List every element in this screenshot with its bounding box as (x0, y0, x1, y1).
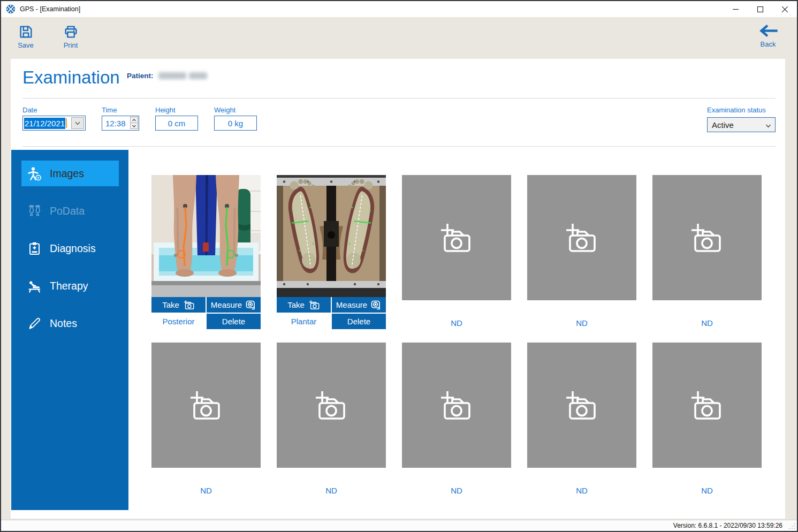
date-input[interactable]: 21/12/2021 (22, 116, 86, 131)
delete-label: Delete (222, 317, 245, 326)
time-spin-down-button[interactable] (130, 123, 138, 129)
empty-image-slot[interactable] (402, 175, 511, 300)
take-button[interactable]: Take (151, 297, 206, 313)
patient-label: Patient: (127, 72, 154, 80)
therapy-icon (27, 279, 42, 293)
examination-status-select[interactable]: Active (707, 117, 776, 132)
image-type-label: Plantar (277, 314, 331, 329)
sidebar-item-images[interactable]: Images (21, 161, 119, 186)
patient-name-redacted (158, 72, 186, 79)
image-type-label: Posterior (151, 314, 206, 329)
measure-button[interactable]: Measure (332, 297, 386, 313)
print-label: Print (64, 41, 78, 49)
sidebar-nav: Images PoData (11, 150, 128, 510)
back-button[interactable]: Back (754, 24, 782, 48)
sidebar-item-therapy[interactable]: Therapy (21, 273, 119, 299)
save-button[interactable]: Save (12, 25, 40, 49)
app-window: GPS - [Examination] Save (0, 0, 798, 532)
measure-tape-icon (371, 300, 382, 310)
content-panel: Examination Patient: Date 21/12/2021 Tim… (11, 59, 785, 519)
image-type-label: ND (402, 486, 511, 497)
camera-plus-icon (313, 390, 349, 421)
time-input[interactable]: 12:38 (102, 116, 139, 131)
sidebar-item-podata: PoData (21, 198, 119, 224)
image-card-empty: ND (151, 343, 261, 497)
date-dropdown-button[interactable] (71, 117, 84, 129)
date-label: Date (22, 106, 37, 114)
image-type-label: ND (151, 486, 261, 497)
weight-input[interactable]: 0 kg (214, 116, 257, 131)
camera-plus-icon (183, 300, 195, 310)
footprints-icon (27, 204, 42, 218)
diagnosis-clipboard-icon (27, 241, 42, 256)
main-area: Examination Patient: Date 21/12/2021 Tim… (1, 59, 797, 519)
weight-value: 0 kg (215, 119, 256, 128)
image-card-posterior: Take Measure (151, 175, 261, 329)
resize-grip[interactable] (789, 523, 796, 530)
measure-label: Measure (336, 300, 367, 309)
empty-image-slot[interactable] (277, 343, 386, 468)
height-label: Height (155, 106, 176, 114)
pencil-notes-icon (27, 316, 42, 331)
height-input[interactable]: 0 cm (155, 116, 198, 131)
close-icon (782, 6, 788, 12)
image-type-label: ND (527, 486, 636, 497)
camera-plus-icon (564, 390, 600, 421)
minimize-button[interactable] (723, 1, 748, 17)
sidebar-item-label: Notes (50, 317, 77, 330)
title-bar: GPS - [Examination] (1, 1, 797, 17)
spin-down-icon (132, 125, 136, 127)
empty-image-slot[interactable] (151, 343, 261, 468)
image-type-label: ND (527, 318, 636, 329)
examination-status-label: Examination status (707, 106, 776, 114)
measure-label: Measure (211, 300, 242, 309)
window-title: GPS - [Examination] (20, 5, 80, 13)
posterior-photo[interactable] (151, 175, 261, 297)
empty-image-slot[interactable] (527, 175, 636, 300)
plantar-photo[interactable] (277, 175, 386, 297)
date-value: 21/12/2021 (24, 118, 65, 129)
image-card-plantar: Take Measure (277, 175, 386, 329)
take-label: Take (287, 300, 305, 309)
close-button[interactable] (772, 1, 797, 17)
print-icon (64, 25, 78, 39)
image-type-label: ND (652, 486, 762, 497)
sidebar-item-label: Therapy (50, 280, 88, 292)
empty-image-slot[interactable] (652, 343, 762, 468)
take-label: Take (162, 300, 179, 309)
camera-plus-icon (308, 300, 320, 310)
image-card-empty: ND (527, 175, 636, 329)
toolbar: Save Print Back (1, 17, 797, 59)
delete-button[interactable]: Delete (207, 314, 261, 329)
image-type-label: ND (652, 318, 762, 329)
image-card-empty: ND (652, 175, 762, 329)
image-type-label: ND (402, 318, 511, 329)
delete-button[interactable]: Delete (332, 314, 386, 329)
camera-plus-icon (689, 222, 725, 253)
image-card-empty: ND (402, 343, 511, 497)
camera-plus-icon (689, 390, 725, 421)
maximize-button[interactable] (748, 1, 772, 17)
print-button[interactable]: Print (57, 25, 85, 49)
measure-button[interactable]: Measure (207, 297, 261, 313)
camera-plus-icon (188, 390, 224, 421)
body-images-icon (27, 166, 42, 181)
divider (22, 98, 776, 98)
sidebar-item-diagnosis[interactable]: Diagnosis (21, 235, 119, 261)
camera-plus-icon (438, 222, 475, 253)
sidebar-item-notes[interactable]: Notes (21, 310, 119, 336)
examination-status-value: Active (712, 120, 734, 130)
sidebar-item-label: PoData (50, 205, 85, 217)
empty-image-slot[interactable] (652, 175, 762, 300)
save-icon (19, 25, 33, 39)
image-card-empty: ND (527, 343, 636, 497)
take-button[interactable]: Take (277, 297, 331, 313)
weight-label: Weight (214, 106, 235, 114)
empty-image-slot[interactable] (402, 343, 511, 468)
spin-up-icon (132, 119, 136, 121)
empty-image-slot[interactable] (527, 343, 636, 468)
image-type-label: ND (277, 486, 386, 497)
measure-tape-icon (246, 300, 256, 310)
camera-plus-icon (438, 390, 475, 421)
image-card-empty: ND (652, 343, 762, 497)
